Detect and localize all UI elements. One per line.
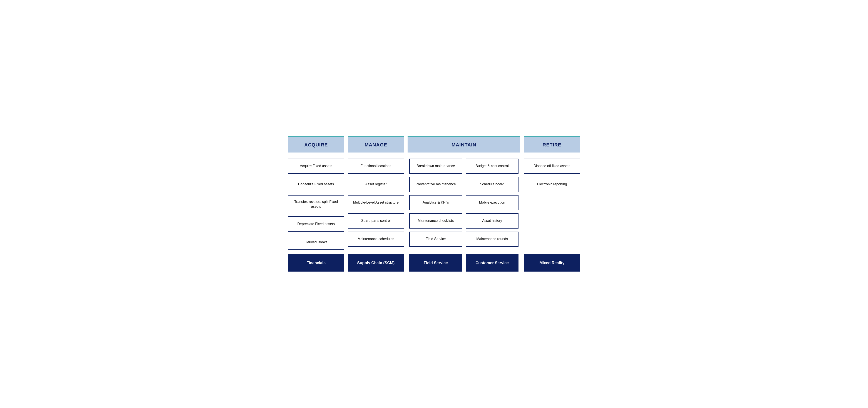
list-item: Capitalize Fixed assets: [288, 177, 344, 192]
acquire-title: ACQUIRE: [304, 142, 328, 147]
list-item: Spare parts control: [348, 213, 404, 229]
list-item: Maintenance checklists: [409, 213, 462, 229]
maintain-bottom-badges: Field Service Customer Service: [408, 254, 520, 272]
acquire-column: ACQUIRE Acquire Fixed assets Capitalize …: [286, 136, 346, 272]
manage-cells: Functional locations Asset register Mult…: [348, 159, 404, 250]
maintain-right-col: Budget & cost control Schedule board Mob…: [464, 159, 520, 250]
maintain-left-cells: Breakdown maintenance Preventative maint…: [409, 159, 462, 250]
maintain-left-badge: Field Service: [409, 254, 462, 272]
retire-column: RETIRE Dispose off fixed assets Electron…: [522, 136, 582, 272]
maintain-left-col: Breakdown maintenance Preventative maint…: [408, 159, 464, 250]
list-item: Transfer, revalue, split Fixed assets: [288, 195, 344, 213]
list-item: Analytics & KPI's: [409, 195, 462, 210]
list-item: Breakdown maintenance: [409, 159, 462, 174]
list-item: Maintenance schedules: [348, 232, 404, 247]
maintain-header: MAINTAIN: [408, 136, 520, 152]
list-item: Budget & cost control: [466, 159, 519, 174]
maintain-right-badge: Customer Service: [466, 254, 519, 272]
diagram-container: ACQUIRE Acquire Fixed assets Capitalize …: [282, 130, 586, 278]
list-item: Multiple-Level Asset structure: [348, 195, 404, 210]
retire-header: RETIRE: [524, 136, 580, 152]
list-item: Depreciate Fixed assets: [288, 216, 344, 232]
list-item: Maintenance rounds: [466, 232, 519, 247]
acquire-badge: Financials: [288, 254, 344, 272]
list-item: Preventative maintenance: [409, 177, 462, 192]
retire-cells: Dispose off fixed assets Electronic repo…: [524, 159, 580, 250]
acquire-cells: Acquire Fixed assets Capitalize Fixed as…: [288, 159, 344, 250]
list-item: Schedule board: [466, 177, 519, 192]
list-item: Mobile execution: [466, 195, 519, 210]
maintain-columns: Breakdown maintenance Preventative maint…: [408, 159, 520, 250]
list-item: Acquire Fixed assets: [288, 159, 344, 174]
columns-wrapper: ACQUIRE Acquire Fixed assets Capitalize …: [286, 136, 582, 272]
list-item: Functional locations: [348, 159, 404, 174]
maintain-wrapper: MAINTAIN Breakdown maintenance Preventat…: [406, 136, 522, 272]
acquire-header: ACQUIRE: [288, 136, 344, 152]
list-item: Asset register: [348, 177, 404, 192]
manage-title: MANAGE: [365, 142, 387, 147]
list-item: Field Service: [409, 232, 462, 247]
maintain-title: MAINTAIN: [452, 142, 476, 147]
manage-badge: Supply Chain (SCM): [348, 254, 404, 272]
manage-header: MANAGE: [348, 136, 404, 152]
list-item: Dispose off fixed assets: [524, 159, 580, 174]
list-item: Asset history: [466, 213, 519, 229]
list-item: Derived Books: [288, 235, 344, 250]
retire-title: RETIRE: [542, 142, 562, 147]
retire-badge: Mixed Reality: [524, 254, 580, 272]
list-item: Electronic reporting: [524, 177, 580, 192]
manage-column: MANAGE Functional locations Asset regist…: [346, 136, 406, 272]
maintain-right-cells: Budget & cost control Schedule board Mob…: [466, 159, 519, 250]
